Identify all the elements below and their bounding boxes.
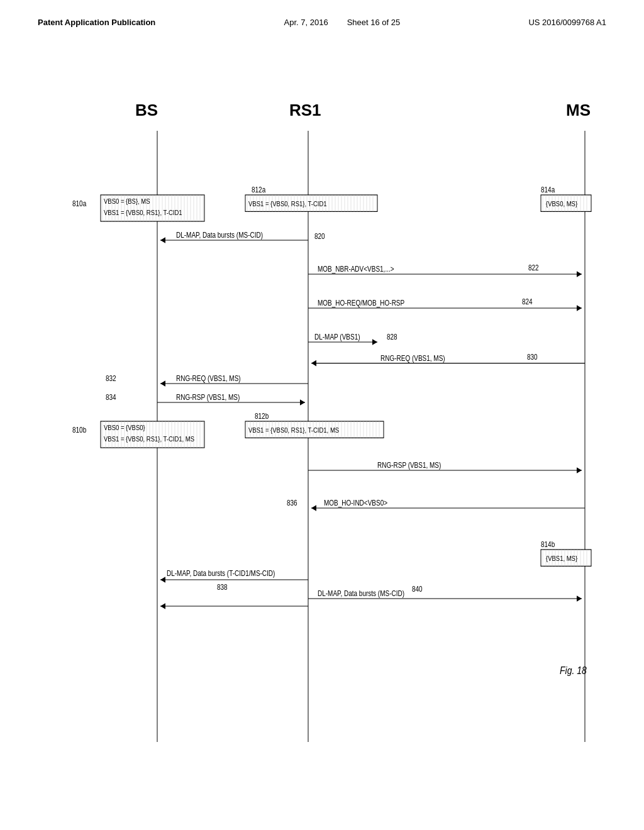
svg-text:DL-MAP, Data bursts (MS-CID): DL-MAP, Data bursts (MS-CID) xyxy=(176,231,263,240)
svg-text:832: 832 xyxy=(106,375,116,383)
svg-text:MOB_HO-IND<VBS0>: MOB_HO-IND<VBS0> xyxy=(324,499,387,507)
col-header-rs1: RS1 xyxy=(289,101,321,120)
svg-text:VBS1 = {VBS0, RS1}, T-CID1, MS: VBS1 = {VBS0, RS1}, T-CID1, MS xyxy=(248,426,339,434)
svg-text:VBS0 = {VBS0}: VBS0 = {VBS0} xyxy=(104,424,145,432)
svg-text:RNG-REQ (VBS1, MS): RNG-REQ (VBS1, MS) xyxy=(176,375,241,383)
svg-marker-4 xyxy=(160,237,165,243)
svg-text:824: 824 xyxy=(522,297,533,306)
svg-rect-230 xyxy=(541,550,591,566)
svg-marker-12 xyxy=(577,305,582,311)
svg-marker-8 xyxy=(577,271,582,277)
svg-text:836: 836 xyxy=(287,499,297,507)
svg-text:822: 822 xyxy=(528,263,539,272)
svg-rect-184 xyxy=(245,421,384,438)
col-header-ms: MS xyxy=(566,101,591,120)
svg-text:RNG-RSP (VBS1, MS): RNG-RSP (VBS1, MS) xyxy=(176,394,240,402)
svg-text:Fig. 18: Fig. 18 xyxy=(560,665,587,676)
svg-marker-32 xyxy=(577,467,582,473)
svg-marker-20 xyxy=(311,360,316,367)
svg-text:830: 830 xyxy=(527,353,538,361)
svg-text:{VBS1, MS}: {VBS1, MS} xyxy=(546,555,578,562)
svg-text:VBS1 = {VBS0, RS1}, T-CID1, MS: VBS1 = {VBS0, RS1}, T-CID1, MS xyxy=(104,436,194,443)
svg-marker-43 xyxy=(577,595,582,602)
svg-rect-147 xyxy=(101,421,204,448)
svg-text:812b: 812b xyxy=(255,412,269,421)
svg-text:810a: 810a xyxy=(72,199,87,208)
svg-marker-39 xyxy=(160,577,165,583)
svg-text:RNG-REQ (VBS1, MS): RNG-REQ (VBS1, MS) xyxy=(380,354,445,362)
diagram-svg: DL-MAP, Data bursts (MS-CID) 820 MOB_NBR… xyxy=(38,101,606,780)
svg-text:820: 820 xyxy=(314,232,325,240)
col-header-bs: BS xyxy=(135,101,158,120)
svg-text:834: 834 xyxy=(106,394,116,402)
svg-rect-48 xyxy=(101,195,204,221)
svg-text:VBS1 = {VBS0, RS1}, T-CID1: VBS1 = {VBS0, RS1}, T-CID1 xyxy=(104,209,182,217)
header-publication: Patent Application Publication xyxy=(38,18,155,27)
svg-marker-45 xyxy=(160,603,165,609)
svg-text:DL-MAP (VBS1): DL-MAP (VBS1) xyxy=(314,333,360,341)
svg-text:812a: 812a xyxy=(252,186,266,194)
svg-marker-16 xyxy=(372,339,377,345)
svg-text:838: 838 xyxy=(217,583,228,591)
svg-rect-85 xyxy=(245,195,377,211)
svg-text:DL-MAP, Data bursts (MS-CID): DL-MAP, Data bursts (MS-CID) xyxy=(318,590,404,598)
svg-text:828: 828 xyxy=(387,333,397,341)
page-header: Patent Application Publication Apr. 7, 2… xyxy=(38,18,606,27)
svg-text:VBS0 = {BS}, MS: VBS0 = {BS}, MS xyxy=(104,198,150,206)
svg-marker-28 xyxy=(300,399,305,406)
svg-text:RNG-RSP (VBS1, MS): RNG-RSP (VBS1, MS) xyxy=(377,462,441,470)
svg-text:814b: 814b xyxy=(541,541,555,549)
diagram: BS RS1 MS DL-MAP, Data bursts (MS-CID) 8… xyxy=(38,101,606,780)
header-patent: US 2016/0099768 A1 xyxy=(528,18,606,27)
svg-text:MOB_NBR-ADV<VBS1,...>: MOB_NBR-ADV<VBS1,...> xyxy=(318,265,394,274)
svg-text:810b: 810b xyxy=(72,426,86,434)
svg-text:DL-MAP, Data bursts (T-CID1/MS: DL-MAP, Data bursts (T-CID1/MS-CID) xyxy=(167,569,275,577)
svg-text:814a: 814a xyxy=(541,186,555,194)
svg-text:VBS1 = {VBS0, RS1}, T-CID1: VBS1 = {VBS0, RS1}, T-CID1 xyxy=(248,200,327,208)
svg-marker-35 xyxy=(311,505,316,511)
svg-text:840: 840 xyxy=(412,585,423,593)
header-center: Apr. 7, 2016 Sheet 16 of 25 xyxy=(284,18,401,27)
svg-text:{VBS0, MS}: {VBS0, MS} xyxy=(546,200,578,208)
header-sheet: Sheet 16 of 25 xyxy=(347,18,401,27)
svg-rect-129 xyxy=(541,195,591,211)
svg-marker-24 xyxy=(160,380,165,387)
header-date: Apr. 7, 2016 xyxy=(284,18,328,27)
svg-text:MOB_HO-REQ/MOB_HO-RSP: MOB_HO-REQ/MOB_HO-RSP xyxy=(318,299,404,307)
